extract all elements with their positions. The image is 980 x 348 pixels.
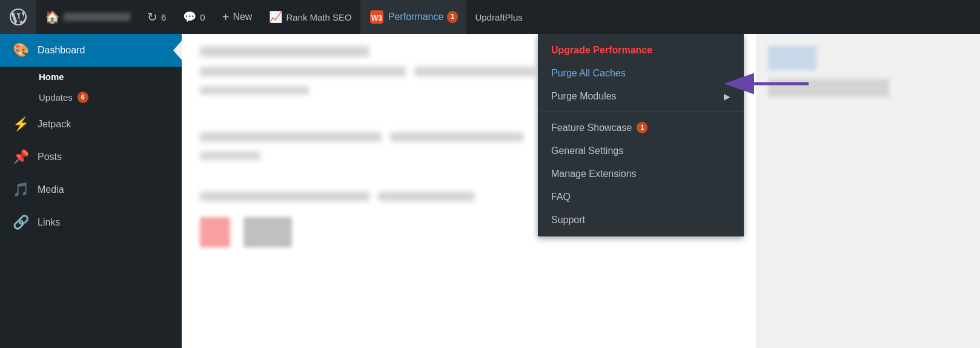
feature-showcase-badge: 1 [637, 122, 647, 133]
refresh-icon: ↻ [147, 10, 157, 24]
updates-count: 6 [161, 12, 166, 22]
site-name-text [64, 13, 130, 21]
performance-badge: 1 [447, 11, 458, 22]
upgrade-performance-item[interactable]: Upgrade Performance [538, 39, 744, 62]
posts-icon: 📌 [12, 149, 29, 165]
links-icon: 🔗 [12, 215, 29, 230]
performance-button[interactable]: W3 Performance 1 [360, 0, 467, 34]
rank-math-label: Rank Math SEO [286, 12, 351, 22]
sidebar-item-jetpack[interactable]: ⚡ Jetpack [0, 108, 182, 141]
dropdown-divider [538, 112, 744, 112]
feature-showcase-label: Feature Showcase [551, 122, 632, 133]
manage-extensions-item[interactable]: Manage Extensions [538, 162, 744, 186]
purge-all-caches-item[interactable]: Purge All Caches [538, 62, 744, 85]
svg-text:W3: W3 [371, 14, 382, 22]
comments-button[interactable]: 💬 0 [174, 0, 213, 34]
comments-count: 0 [200, 12, 205, 22]
purge-modules-item[interactable]: Purge Modules ▶ [538, 85, 744, 108]
admin-bar: 🏠 ↻ 6 💬 0 + New 📈 Rank Math SEO W3 Perfo… [0, 0, 980, 34]
rank-math-button[interactable]: 📈 Rank Math SEO [260, 0, 360, 34]
dashboard-icon: 🎨 [12, 42, 29, 58]
support-label: Support [551, 215, 585, 226]
sidebar-item-home[interactable]: Home [0, 67, 182, 87]
jetpack-label: Jetpack [38, 119, 71, 130]
sidebar-item-updates[interactable]: Updates 6 [0, 87, 182, 108]
faq-label: FAQ [551, 192, 571, 202]
feature-showcase-item[interactable]: Feature Showcase 1 [538, 116, 744, 139]
performance-dropdown: Upgrade Performance Purge All Caches Pur… [538, 34, 744, 236]
dashboard-label: Dashboard [38, 45, 85, 56]
sidebar-item-links[interactable]: 🔗 Links [0, 206, 182, 239]
media-icon: 🎵 [12, 182, 29, 198]
updates-badge: 6 [78, 92, 88, 103]
performance-label: Performance [388, 12, 444, 22]
updates-label: Updates [39, 92, 73, 102]
new-label: New [233, 12, 252, 22]
links-label: Links [38, 217, 60, 228]
purge-modules-label: Purge Modules [551, 91, 617, 102]
site-name-button[interactable]: 🏠 [36, 0, 139, 34]
rank-math-icon: 📈 [269, 10, 282, 24]
new-content-button[interactable]: + New [214, 0, 261, 34]
general-settings-item[interactable]: General Settings [538, 139, 744, 162]
updates-button[interactable]: ↻ 6 [139, 0, 174, 34]
manage-extensions-label: Manage Extensions [551, 169, 637, 179]
sidebar-item-posts[interactable]: 📌 Posts [0, 141, 182, 173]
arrow-annotation [715, 65, 812, 102]
updraftplus-label: UpdraftPlus [475, 12, 522, 22]
jetpack-icon: ⚡ [12, 116, 29, 132]
support-item[interactable]: Support [538, 209, 744, 232]
updraftplus-button[interactable]: UpdraftPlus [466, 0, 531, 34]
performance-icon: W3 [369, 9, 385, 25]
faq-item[interactable]: FAQ [538, 186, 744, 209]
home-label: Home [39, 72, 64, 82]
posts-label: Posts [38, 152, 62, 162]
media-label: Media [38, 184, 64, 195]
sidebar-item-dashboard[interactable]: 🎨 Dashboard [0, 34, 182, 67]
sidebar-item-media[interactable]: 🎵 Media [0, 173, 182, 206]
wp-logo-button[interactable] [0, 0, 36, 34]
plus-icon: + [222, 10, 230, 24]
general-settings-label: General Settings [551, 146, 623, 156]
home-icon: 🏠 [45, 10, 60, 24]
comments-icon: 💬 [183, 10, 196, 24]
sidebar: 🎨 Dashboard Home Updates 6 ⚡ Jetpack 📌 P… [0, 34, 182, 348]
upgrade-performance-label: Upgrade Performance [551, 45, 652, 56]
purge-all-caches-label: Purge All Caches [551, 68, 626, 79]
